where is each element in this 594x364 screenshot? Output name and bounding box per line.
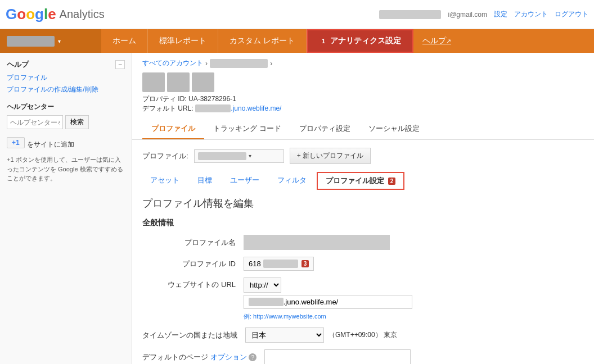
account-selector[interactable]: ▾	[0, 29, 101, 53]
url-hint: 例: http://www.mywebsite.com	[244, 312, 412, 321]
account-info: プロパティ ID: UA-38278296-1 デフォルト URL: .juno…	[132, 70, 594, 119]
url-input-blurred: .juno.weblife.me/	[244, 295, 412, 309]
website-url-label: ウェブサイトの URL	[142, 277, 244, 290]
breadcrumb-all-accounts[interactable]: すべてのアカウント	[142, 58, 203, 68]
breadcrumb-sep2: ›	[270, 60, 272, 67]
profile-name-row: プロファイル名	[142, 235, 584, 250]
default-page-input[interactable]	[264, 349, 411, 364]
profile-link[interactable]: プロファイル	[7, 73, 125, 83]
external-icon: ↗	[446, 38, 451, 45]
url-protocol-row: http://	[244, 277, 412, 293]
sidebar: ヘルプ − プロファイル プロファイルの作成/編集/削除 ヘルプセンター 検索 …	[0, 53, 132, 364]
property-tabs: プロファイル トラッキング コード プロパティ設定 ソーシャル設定	[132, 119, 594, 140]
profile-edit-link[interactable]: プロファイルの作成/編集/削除	[7, 85, 125, 94]
breadcrumb-sep1: ›	[205, 60, 208, 67]
default-page-option-link[interactable]: オプション	[210, 353, 247, 361]
subtab-filter[interactable]: フィルタ	[269, 172, 314, 190]
settings-link[interactable]: 設定	[494, 10, 507, 19]
helpcenter-search-button[interactable]: 検索	[65, 115, 89, 129]
avatar-2	[167, 72, 190, 92]
avatar-3	[192, 72, 214, 92]
subtab-user[interactable]: ユーザー	[222, 172, 267, 190]
tab-social-settings[interactable]: ソーシャル設定	[359, 119, 429, 139]
profile-selector-row: プロファイル: ▾ + 新しいプロファイル	[132, 140, 594, 172]
default-url: デフォルト URL: .juno.weblife.me/	[142, 104, 584, 113]
url-fields: http:// .juno.weblife.me/ 例: http://www.…	[244, 277, 412, 321]
profile-select-dropdown[interactable]: ▾	[194, 149, 284, 163]
website-url-row: ウェブサイトの URL http:// .juno.weblife.me/ 例:…	[142, 277, 584, 321]
sub-tabs: アセット 目標 ユーザー フィルタ プロファイル設定 2	[132, 172, 594, 190]
plus-one-section: +1 をサイトに追加 +1 ボタンを使用して、ユーザーは気に入ったコンテンツを …	[7, 137, 125, 183]
logout-link[interactable]: ログアウト	[555, 10, 588, 19]
minimize-button[interactable]: −	[115, 60, 125, 69]
plus-one-button[interactable]: +1	[7, 137, 25, 148]
badge-2: 2	[388, 178, 396, 185]
badge-1: 1	[319, 37, 328, 45]
url-host-blurred	[249, 298, 284, 306]
top-right-nav: i@gmail.com 設定 アカウント ログアウト	[379, 10, 588, 19]
edit-section: プロファイル情報を編集 全般情報 プロファイル名 プロファイル ID 618 3…	[132, 197, 594, 364]
analytics-text: Analytics	[60, 8, 105, 21]
timezone-row: タイムゾーンの国または地域 日本 （GMT++09:00） 東京	[142, 327, 584, 343]
account-avatars	[142, 72, 584, 92]
helpcenter-section: ヘルプセンター 検索	[7, 102, 125, 129]
tab-property-settings[interactable]: プロパティ設定	[290, 119, 359, 139]
timezone-fields: 日本 （GMT++09:00） 東京	[245, 327, 397, 343]
content-area: すべてのアカウント › › プロパティ ID: UA-38278296-1 デフ…	[132, 53, 594, 364]
badge-3: 3	[302, 260, 309, 267]
help-title: ヘルプ −	[7, 60, 125, 70]
nav-tabs: ホーム 標準レポート カスタム レポート 1 アナリティクス設定 ヘルプ ↗	[101, 29, 594, 53]
plus-one-desc: +1 ボタンを使用して、ユーザーは気に入ったコンテンツを Google 検索です…	[7, 155, 125, 183]
timezone-select[interactable]: 日本	[245, 327, 324, 343]
profile-id-label: プロファイル ID	[142, 259, 244, 269]
profile-id-prefix: 618	[249, 260, 261, 268]
subtab-goal[interactable]: 目標	[190, 172, 220, 190]
help-icon[interactable]: ?	[249, 353, 256, 361]
user-email-suffix: i@gmail.com	[448, 11, 487, 19]
avatar-1	[142, 72, 165, 92]
edit-title: プロファイル情報を編集	[142, 197, 584, 210]
tab-tracking-code[interactable]: トラッキング コード	[204, 119, 290, 139]
main-layout: ヘルプ − プロファイル プロファイルの作成/編集/削除 ヘルプセンター 検索 …	[0, 53, 594, 364]
tab-help[interactable]: ヘルプ ↗	[413, 29, 460, 53]
user-email-blurred	[379, 10, 442, 19]
profile-name-input[interactable]	[244, 235, 390, 250]
logo-area: Google Analytics	[6, 6, 105, 23]
default-url-link[interactable]: .juno.weblife.me/	[195, 104, 281, 112]
property-id: プロパティ ID: UA-38278296-1	[142, 94, 584, 104]
help-section: ヘルプ − プロファイル プロファイルの作成/編集/削除	[7, 60, 125, 94]
default-page-label: デフォルトのページ オプション ?	[142, 352, 264, 362]
tab-custom-report[interactable]: カスタム レポート	[218, 29, 307, 53]
tab-standard-report[interactable]: 標準レポート	[148, 29, 218, 53]
profile-name-label: プロファイル名	[142, 238, 244, 248]
subtab-profile-settings[interactable]: プロファイル設定 2	[317, 172, 404, 190]
default-page-row: デフォルトのページ オプション ?	[142, 349, 584, 364]
helpcenter-label: ヘルプセンター	[7, 102, 125, 112]
url-protocol-select[interactable]: http://	[244, 277, 281, 293]
nav-bar: ▾ ホーム 標準レポート カスタム レポート 1 アナリティクス設定 ヘルプ ↗	[0, 29, 594, 53]
profile-label: プロファイル:	[142, 151, 188, 161]
search-row: 検索	[7, 115, 125, 129]
breadcrumb: すべてのアカウント › ›	[132, 53, 594, 70]
subtab-asset[interactable]: アセット	[142, 172, 187, 190]
profile-id-blurred	[263, 260, 298, 268]
tab-home[interactable]: ホーム	[101, 29, 148, 53]
profile-id-row: プロファイル ID 618 3	[142, 257, 584, 271]
plus-sign: +1	[12, 139, 20, 147]
profile-blurred-val	[198, 152, 247, 160]
timezone-label: タイムゾーンの国または地域	[142, 330, 245, 340]
plus-one-label: をサイトに追加	[27, 140, 74, 149]
account-link[interactable]: アカウント	[514, 10, 548, 19]
plus-one-row: +1 をサイトに追加	[7, 137, 125, 152]
timezone-offset: （GMT++09:00） 東京	[328, 330, 397, 340]
profile-arrow: ▾	[249, 153, 251, 159]
breadcrumb-account-blurred	[210, 59, 268, 68]
account-chevron: ▾	[58, 38, 61, 44]
helpcenter-search-input[interactable]	[7, 115, 63, 129]
top-header: Google Analytics i@gmail.com 設定 アカウント ログ…	[0, 0, 594, 29]
new-profile-button[interactable]: + 新しいプロファイル	[290, 148, 371, 164]
general-section-label: 全般情報	[142, 218, 584, 228]
tab-profile[interactable]: プロファイル	[142, 119, 204, 139]
tab-analytics-settings[interactable]: 1 アナリティクス設定	[307, 29, 413, 53]
url-suffix: .juno.weblife.me/	[284, 298, 339, 306]
